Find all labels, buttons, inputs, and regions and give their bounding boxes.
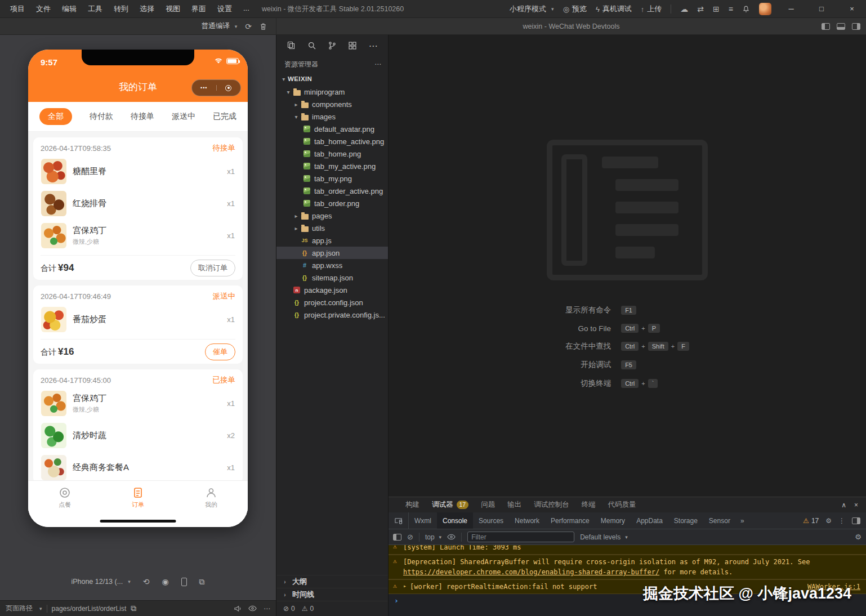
panel-tab-code-quality[interactable]: 代码质量: [608, 500, 636, 510]
console-link[interactable]: https://developer.chrome.com/blog/enabli…: [403, 568, 659, 576]
console-settings-icon[interactable]: ⚙: [855, 533, 861, 541]
device-toolbar-icon[interactable]: [389, 512, 409, 529]
device-debug-button[interactable]: ϟ 真机调试: [596, 4, 632, 14]
tree-file-appjs[interactable]: app.js: [276, 234, 388, 247]
preview-button[interactable]: ◎ 预览: [563, 4, 587, 14]
page-path-selector[interactable]: 页面路径: [6, 604, 33, 613]
tree-file-appwxss[interactable]: app.wxss: [276, 259, 388, 271]
tab-all[interactable]: 全部: [39, 108, 72, 125]
console-sidebar-icon[interactable]: [393, 534, 401, 541]
tree-file-png[interactable]: tab_order_active.png: [276, 185, 388, 197]
tabbar-item-food[interactable]: 点餐: [28, 481, 101, 527]
megaphone-icon[interactable]: [234, 605, 242, 612]
more-actions-icon[interactable]: ⋯: [374, 60, 381, 68]
multi-window-icon[interactable]: ⧉: [199, 577, 205, 587]
menu-tools[interactable]: 工具: [83, 2, 107, 16]
compile-mode-selector[interactable]: 普通编译 ▾: [202, 21, 238, 31]
menu-file[interactable]: 文件: [32, 2, 55, 16]
tree-file-sitemapjson[interactable]: sitemap.json: [276, 271, 388, 284]
devtools-tab-sources[interactable]: Sources: [473, 512, 509, 529]
devtools-tab-performance[interactable]: Performance: [545, 512, 595, 529]
devtools-tab-network[interactable]: Network: [509, 512, 545, 529]
tree-file-png[interactable]: tab_my.png: [276, 172, 388, 185]
menu-goto[interactable]: 转到: [109, 2, 133, 16]
expand-icon[interactable]: ▸: [403, 582, 407, 592]
menu-view[interactable]: 视图: [161, 2, 185, 16]
order-card[interactable]: 2026-04-17T09:58:35 待接单 糖醋里脊 x1 红烧排骨 x1: [33, 137, 243, 280]
devtools-tab-memory[interactable]: Memory: [595, 512, 631, 529]
compare-icon[interactable]: ⇄: [697, 5, 704, 14]
record-icon[interactable]: ◉: [162, 577, 168, 586]
copy-path-icon[interactable]: ⧉: [131, 604, 136, 613]
tabbar-item-me[interactable]: 我的: [175, 481, 248, 527]
panel-tab-problems[interactable]: 问题: [481, 500, 495, 510]
devtools-tab-storage[interactable]: Storage: [668, 512, 703, 529]
tree-folder-images[interactable]: ▾ images: [276, 110, 388, 123]
urge-order-button[interactable]: 催单: [205, 343, 235, 360]
bell-icon[interactable]: [742, 5, 750, 13]
more-icon[interactable]: ⋯: [369, 41, 378, 51]
tree-file-png[interactable]: tab_order.png: [276, 197, 388, 209]
capsule-close-button[interactable]: [217, 85, 241, 91]
tree-root-weixin[interactable]: ▾ WEIXIN: [276, 72, 388, 86]
close-panel-icon[interactable]: ×: [854, 501, 858, 509]
tree-folder-miniprogram[interactable]: ▾ miniprogram: [276, 86, 388, 98]
clear-cache-trash-icon[interactable]: [260, 23, 267, 30]
live-expression-eye-icon[interactable]: [447, 534, 456, 540]
recompile-icon[interactable]: ⟳: [245, 22, 252, 31]
devtools-menu-icon[interactable]: ⋮: [838, 517, 845, 525]
order-card[interactable]: 2026-04-17T09:46:49 派送中 番茄炒蛋 x1 合计¥16 催单: [33, 285, 243, 364]
tree-file-appjson-selected[interactable]: app.json: [276, 247, 388, 259]
files-icon[interactable]: [287, 41, 296, 50]
tab-pending-payment[interactable]: 待付款: [90, 111, 113, 122]
extensions-icon[interactable]: [348, 41, 357, 50]
upload-button[interactable]: ↑ 上传: [641, 4, 662, 14]
panel-tab-build[interactable]: 构建: [405, 500, 419, 510]
mini-program-mode-selector[interactable]: 小程序模式 ▾: [510, 4, 554, 14]
git-branch-icon[interactable]: [328, 41, 337, 50]
capsule-more-button[interactable]: •••: [192, 85, 217, 91]
tree-file-png[interactable]: default_avatar.png: [276, 123, 388, 135]
tree-file-png[interactable]: tab_my_active.png: [276, 160, 388, 172]
more-icon[interactable]: ⋯: [264, 605, 270, 613]
menu-edit[interactable]: 编辑: [57, 2, 81, 16]
tree-folder-pages[interactable]: ▸ pages: [276, 209, 388, 222]
outline-section[interactable]: › 大纲: [276, 575, 388, 588]
panel-tab-debug-console[interactable]: 调试控制台: [534, 500, 569, 510]
menu-project[interactable]: 项目: [6, 2, 29, 16]
order-card[interactable]: 2026-04-17T09:45:00 已接单 宫保鸡丁 微辣,少糖 x1: [33, 369, 243, 484]
tab-delivering[interactable]: 派送中: [172, 111, 195, 122]
toggle-bottom-panel-icon[interactable]: [837, 23, 845, 30]
panel-tab-output[interactable]: 输出: [507, 500, 521, 510]
collapse-panel-icon[interactable]: ∧: [841, 501, 846, 509]
rotate-icon[interactable]: ⟲: [143, 577, 150, 586]
menu-more[interactable]: ...: [239, 2, 254, 16]
menu-interface[interactable]: 界面: [187, 2, 211, 16]
warning-counter[interactable]: ⚠ 17: [803, 517, 819, 525]
log-levels-selector[interactable]: Default levels ▾: [580, 533, 628, 541]
devtools-tab-console[interactable]: Console: [437, 512, 473, 529]
menu-select[interactable]: 选择: [135, 2, 159, 16]
devtools-tab-wxml[interactable]: Wxml: [409, 512, 437, 529]
toggle-left-panel-icon[interactable]: [822, 23, 830, 30]
hamburger-menu-icon[interactable]: ≡: [729, 5, 733, 14]
minimize-button[interactable]: ─: [780, 0, 802, 18]
search-icon[interactable]: [307, 41, 316, 50]
eye-icon[interactable]: [248, 605, 257, 611]
console-filter-input[interactable]: [467, 532, 574, 542]
cancel-order-button[interactable]: 取消订单: [190, 260, 235, 276]
maximize-button[interactable]: □: [811, 0, 832, 18]
tree-file-projectprivateconfig[interactable]: project.private.config.js...: [276, 309, 388, 321]
close-button[interactable]: ×: [841, 0, 863, 18]
tree-folder-utils[interactable]: ▸ utils: [276, 222, 388, 234]
menu-settings[interactable]: 设置: [213, 2, 236, 16]
devtools-tab-sensor[interactable]: Sensor: [703, 512, 736, 529]
cloud-icon[interactable]: ☁: [680, 5, 688, 14]
device-selector[interactable]: iPhone 12/13 (... ▾: [71, 578, 130, 586]
user-avatar[interactable]: [759, 3, 771, 15]
tree-folder-components[interactable]: ▸ components: [276, 98, 388, 110]
panel-tab-debugger[interactable]: 调试器 17: [432, 500, 468, 510]
tab-completed[interactable]: 已完成: [213, 111, 236, 122]
tree-file-png[interactable]: tab_home_active.png: [276, 135, 388, 148]
toggle-right-panel-icon[interactable]: [852, 23, 860, 30]
